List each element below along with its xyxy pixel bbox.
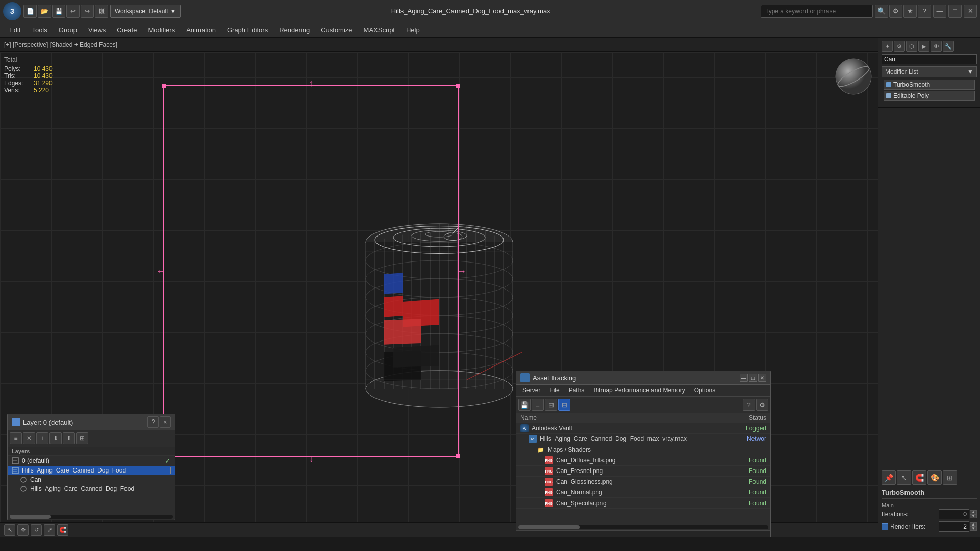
layer-delete-btn[interactable]: ✕: [23, 432, 35, 444]
search-options-icon[interactable]: ⚙: [889, 5, 902, 18]
modifier-turbosmooth[interactable]: TurboSmooth: [884, 80, 975, 90]
asset-help-btn[interactable]: ?: [743, 399, 755, 411]
menu-maxscript[interactable]: MAXScript: [359, 24, 400, 36]
asset-grid-btn[interactable]: ⊞: [545, 399, 557, 411]
layer-list-btn[interactable]: ≡: [10, 432, 22, 444]
asset-settings-btn[interactable]: ⚙: [756, 399, 768, 411]
asset-table-header: Name Status: [516, 413, 770, 423]
search-input[interactable]: [761, 5, 873, 18]
rotate-icon[interactable]: ↺: [31, 524, 42, 536]
scene-icon[interactable]: 🖼: [95, 5, 108, 18]
asset-scrollbar[interactable]: [518, 525, 768, 529]
rp-util-icon[interactable]: 🔧: [943, 41, 954, 52]
undo-icon[interactable]: ↩: [66, 5, 80, 18]
asset-row-vault[interactable]: A Autodesk Vault Logged: [516, 423, 770, 434]
layer-move-up-btn[interactable]: ⬆: [63, 432, 75, 444]
rp-cursor-icon[interactable]: ↖: [897, 470, 911, 485]
asset-menu-file[interactable]: File: [545, 386, 563, 395]
asset-save-btn[interactable]: 💾: [518, 399, 531, 411]
menu-animation[interactable]: Animation: [181, 24, 221, 36]
move-icon[interactable]: ✥: [17, 524, 29, 536]
scale-icon[interactable]: ⤢: [44, 524, 55, 536]
asset-menu-bitmap[interactable]: Bitmap Performance and Memory: [589, 386, 689, 395]
menu-graph-editors[interactable]: Graph Editors: [222, 24, 273, 36]
asset-row-maps[interactable]: 📁 Maps / Shaders: [516, 444, 770, 455]
layer-grid-btn[interactable]: ⊞: [76, 432, 88, 444]
bookmark-icon[interactable]: ★: [903, 5, 917, 18]
rp-show-icon[interactable]: ⊞: [943, 470, 957, 485]
asset-menu-server[interactable]: Server: [518, 386, 544, 395]
open-file-icon[interactable]: 📂: [38, 5, 51, 18]
viewport-canvas[interactable]: Total Polys: 10 430 Tris: 10 430 Edges: …: [0, 52, 878, 537]
layer-name-hills2: Hills_Aging_Care_Canned_Dog_Food: [30, 485, 171, 492]
menu-create[interactable]: Create: [112, 24, 142, 36]
iterations-down-btn[interactable]: ▼: [970, 514, 977, 518]
close-icon[interactable]: ✕: [964, 5, 977, 18]
rp-paint-icon[interactable]: 🎨: [927, 470, 942, 485]
viewport[interactable]: [+] [Perspective] [Shaded + Edged Faces]…: [0, 38, 878, 537]
layer-close-btn[interactable]: ×: [160, 416, 171, 428]
new-file-icon[interactable]: 📄: [23, 5, 37, 18]
asset-row-fresnel[interactable]: PNG Can_Fresnel.png Found: [516, 466, 770, 477]
rp-hierarchy-icon[interactable]: ⬡: [906, 41, 917, 52]
modifier-list-dropdown[interactable]: Modifier List ▼: [882, 66, 977, 77]
search-icon[interactable]: 🔍: [875, 5, 888, 18]
asset-row-maxfile[interactable]: M Hills_Aging_Care_Canned_Dog_Food_max_v…: [516, 434, 770, 444]
rp-motion-icon[interactable]: ▶: [918, 41, 929, 52]
menu-group[interactable]: Group: [54, 24, 82, 36]
menu-tools[interactable]: Tools: [27, 24, 52, 36]
asset-row-glossiness[interactable]: PNG Can_Glossiness.png Found: [516, 477, 770, 487]
asset-minimize-btn[interactable]: —: [740, 374, 748, 382]
modifier-editable-poly[interactable]: Editable Poly: [884, 91, 975, 101]
right-panel-bottom: 📌 ↖ 🧲 🎨 ⊞ TurboSmooth Main Iterations: ▲…: [878, 467, 980, 537]
render-iters-down-btn[interactable]: ▼: [970, 527, 977, 531]
asset-scroll-thumb[interactable]: [518, 525, 580, 529]
rp-display-icon[interactable]: 👁: [931, 41, 942, 52]
asset-list-btn[interactable]: ≡: [532, 399, 544, 411]
menu-customize[interactable]: Customize: [316, 24, 357, 36]
iterations-input[interactable]: [939, 509, 969, 519]
svg-rect-41: [12, 467, 18, 474]
layer-move-down-btn[interactable]: ⬇: [49, 432, 62, 444]
asset-row-diffuse[interactable]: PNG Can_Diffuse_hills.png Found: [516, 455, 770, 466]
layer-row-hills2[interactable]: Hills_Aging_Care_Canned_Dog_Food: [8, 484, 175, 493]
layer-add-btn[interactable]: +: [36, 432, 48, 444]
asset-row-specular[interactable]: PNG Can_Specular.png Found: [516, 498, 770, 509]
layer-row-default[interactable]: 0 (default) ✓: [8, 456, 175, 466]
workspace-dropdown[interactable]: Workspace: Default ▼: [110, 5, 181, 18]
maximize-icon[interactable]: □: [948, 5, 962, 18]
rp-magnet-icon[interactable]: 🧲: [912, 470, 926, 485]
redo-icon[interactable]: ↪: [81, 5, 94, 18]
menu-help[interactable]: Help: [401, 24, 425, 36]
asset-close-btn[interactable]: ✕: [758, 374, 766, 382]
layer-scroll-thumb[interactable]: [10, 515, 51, 519]
layer-help-btn[interactable]: ?: [147, 416, 159, 428]
rp-pin-icon[interactable]: 📌: [882, 470, 896, 485]
snap-icon[interactable]: 🧲: [57, 524, 68, 536]
menu-modifiers[interactable]: Modifiers: [143, 24, 180, 36]
can-3d-object: [337, 187, 541, 416]
asset-table-btn[interactable]: ⊟: [558, 399, 570, 411]
asset-menu-paths[interactable]: Paths: [565, 386, 589, 395]
svg-point-37: [836, 59, 871, 94]
menu-rendering[interactable]: Rendering: [274, 24, 315, 36]
layer-panel-title-text: Layer: 0 (default): [23, 418, 73, 426]
rp-create-icon[interactable]: ✦: [882, 41, 893, 52]
asset-menu-options[interactable]: Options: [690, 386, 719, 395]
asset-row-normal[interactable]: PNG Can_Normal.png Found: [516, 487, 770, 498]
obj-name-input[interactable]: [882, 54, 977, 64]
asset-maximize-btn[interactable]: □: [749, 374, 757, 382]
iterations-label: Iterations:: [882, 511, 909, 518]
menu-views[interactable]: Views: [83, 24, 111, 36]
minimize-icon[interactable]: —: [933, 5, 946, 18]
save-file-icon[interactable]: 💾: [52, 5, 65, 18]
help-icon[interactable]: ?: [918, 5, 931, 18]
layer-scrollbar[interactable]: [10, 515, 173, 519]
layer-row-hills[interactable]: Hills_Aging_Care_Canned_Dog_Food: [8, 466, 175, 475]
rp-modify-icon[interactable]: ⚙: [894, 41, 905, 52]
menu-edit[interactable]: Edit: [4, 24, 26, 36]
render-iters-checkbox[interactable]: [882, 523, 888, 530]
render-iters-input[interactable]: [939, 521, 969, 532]
select-icon[interactable]: ↖: [4, 524, 15, 536]
layer-row-can[interactable]: Can: [8, 475, 175, 484]
